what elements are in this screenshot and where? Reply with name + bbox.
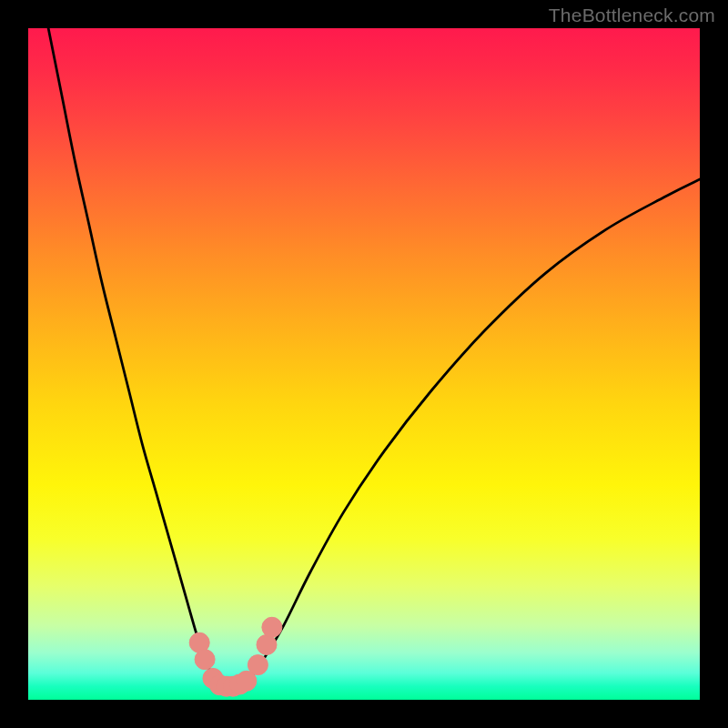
markers-layer bbox=[28, 28, 700, 700]
marker-point bbox=[248, 655, 268, 675]
marker-point bbox=[195, 650, 215, 670]
plot-area bbox=[28, 28, 700, 700]
marker-point bbox=[257, 634, 277, 654]
highlighted-points bbox=[189, 617, 282, 696]
chart-frame: TheBottleneck.com bbox=[0, 0, 728, 728]
watermark-text: TheBottleneck.com bbox=[549, 5, 715, 26]
marker-point bbox=[262, 617, 282, 637]
